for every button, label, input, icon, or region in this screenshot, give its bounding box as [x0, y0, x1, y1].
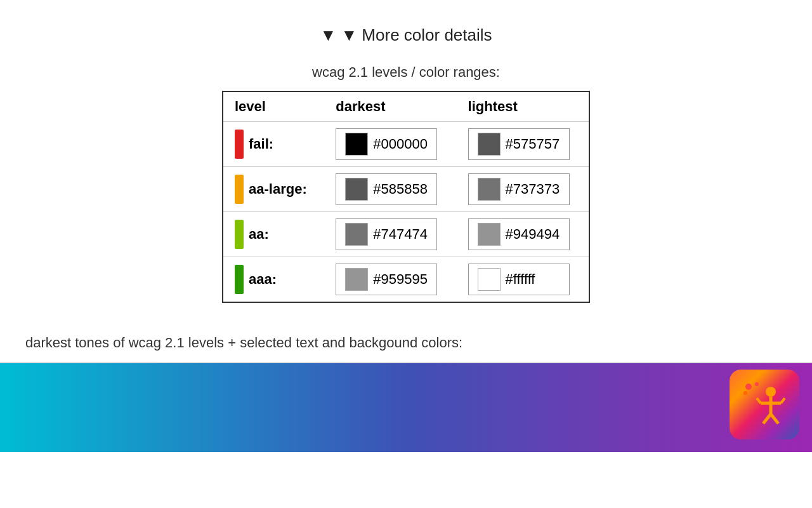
- level-indicator-2: [235, 220, 244, 249]
- darkest-cell-2: #747474: [324, 212, 456, 257]
- bottom-description: darkest tones of wcag 2.1 levels + selec…: [25, 335, 462, 351]
- lightest-swatch-0: [478, 133, 501, 156]
- level-indicator-3: [235, 265, 244, 294]
- svg-line-7: [771, 414, 778, 424]
- lightest-value-1: #737373: [506, 181, 560, 197]
- wcag-table: level darkest lightest fail: #000000 #57…: [222, 91, 590, 303]
- table-row: aa-large: #585858 #737373: [223, 167, 589, 212]
- table-row: fail: #000000 #575757: [223, 122, 589, 167]
- level-cell-0: fail:: [223, 122, 324, 167]
- level-name-2: aa:: [249, 226, 269, 243]
- table-row: aa: #747474 #949494: [223, 212, 589, 257]
- svg-point-0: [745, 384, 752, 390]
- level-name-3: aaa:: [249, 271, 277, 288]
- lightest-cell-1: #737373: [457, 167, 589, 212]
- section-title[interactable]: ▼ ▼ More color details: [320, 25, 492, 45]
- lightest-swatch-1: [478, 178, 501, 201]
- top-section: ▼ ▼ More color details wcag 2.1 levels /…: [0, 0, 812, 316]
- darkest-swatch-3: [345, 268, 368, 291]
- darkest-swatch-0: [345, 133, 368, 156]
- lightest-cell-3: #ffffff: [457, 257, 589, 303]
- level-cell-1: aa-large:: [223, 167, 324, 212]
- level-name-1: aa-large:: [249, 181, 307, 197]
- darkest-swatch-2: [345, 223, 368, 246]
- toggle-label: ▼ More color details: [341, 25, 492, 44]
- svg-point-3: [766, 387, 776, 397]
- svg-point-1: [755, 382, 759, 386]
- col-header-level: level: [223, 91, 324, 122]
- darkest-cell-0: #000000: [324, 122, 456, 167]
- gradient-bar: [0, 363, 812, 452]
- darkest-swatch-1: [345, 178, 368, 201]
- darkest-cell-3: #959595: [324, 257, 456, 303]
- app-logo: [730, 370, 799, 439]
- level-cell-2: aa:: [223, 212, 324, 257]
- table-row: aaa: #959595 #ffffff: [223, 257, 589, 303]
- darkest-value-2: #747474: [373, 226, 428, 243]
- level-indicator-1: [235, 175, 244, 204]
- darkest-value-3: #959595: [373, 271, 428, 288]
- level-cell-3: aaa:: [223, 257, 324, 303]
- col-header-lightest: lightest: [457, 91, 589, 122]
- svg-point-2: [743, 391, 747, 395]
- svg-line-8: [757, 398, 761, 403]
- darkest-value-0: #000000: [373, 136, 428, 152]
- level-name-0: fail:: [249, 136, 273, 152]
- logo-container: [730, 370, 799, 439]
- lightest-cell-0: #575757: [457, 122, 589, 167]
- darkest-cell-1: #585858: [324, 167, 456, 212]
- accessibility-icon: [739, 379, 790, 430]
- darkest-value-1: #585858: [373, 181, 428, 197]
- triangle-icon: ▼: [320, 25, 336, 44]
- col-header-darkest: darkest: [324, 91, 456, 122]
- wcag-subtitle: wcag 2.1 levels / color ranges:: [312, 64, 500, 81]
- lightest-cell-2: #949494: [457, 212, 589, 257]
- lightest-swatch-3: [478, 268, 501, 291]
- bottom-text-container: darkest tones of wcag 2.1 levels + selec…: [0, 335, 761, 351]
- lightest-value-3: #ffffff: [506, 271, 535, 288]
- lightest-value-0: #575757: [506, 136, 560, 152]
- svg-line-6: [763, 414, 771, 424]
- svg-line-9: [781, 398, 785, 403]
- lightest-swatch-2: [478, 223, 501, 246]
- level-indicator-0: [235, 130, 244, 159]
- lightest-value-2: #949494: [506, 226, 560, 243]
